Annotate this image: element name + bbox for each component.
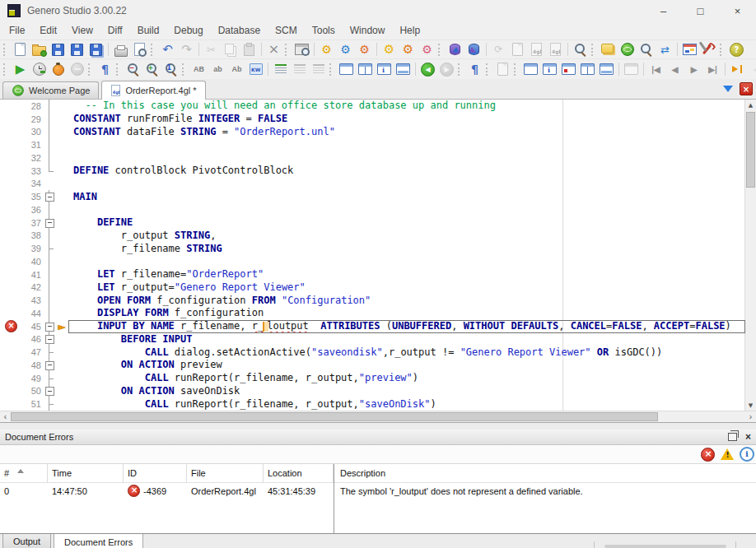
indent-lines-button[interactable] [271, 61, 290, 77]
delete-button[interactable]: × [264, 41, 283, 58]
uppercase-button[interactable]: AB [189, 61, 208, 77]
redo-button[interactable]: ↷ [177, 41, 196, 58]
menu-file[interactable]: File [2, 23, 32, 38]
tab-list-dropdown-icon[interactable] [723, 86, 733, 92]
scroll-right-button[interactable]: › [745, 411, 756, 422]
zoom-in-button[interactable]: + [142, 61, 161, 77]
close-button[interactable]: × [719, 0, 756, 21]
scroll-up-button[interactable]: ▲ [745, 100, 756, 110]
code-text[interactable]: LET r_filename="OrderReport" [68, 268, 745, 281]
marker-margin[interactable] [0, 255, 21, 268]
code-text[interactable]: ON ACTION saveOnDisk [68, 385, 745, 398]
minimize-button[interactable]: – [645, 0, 682, 21]
window-info-button[interactable] [540, 61, 559, 77]
menu-debug[interactable]: Debug [166, 23, 210, 38]
column-header-description[interactable]: Description [334, 464, 756, 482]
next-bookmark-button[interactable] [728, 61, 747, 77]
build-all-button[interactable]: ⚙ [380, 41, 399, 58]
code-text[interactable] [68, 151, 745, 165]
code-text[interactable]: CALL runReport(r_filename, r_output,"sav… [68, 397, 745, 411]
marker-margin[interactable] [0, 151, 21, 165]
navigate-back-button[interactable]: ◀ [418, 61, 437, 77]
bottom-scrollbar[interactable] [604, 545, 726, 548]
window-console-button[interactable] [597, 61, 616, 77]
layout-grid-button[interactable] [394, 61, 413, 77]
marker-margin[interactable] [0, 346, 21, 359]
marker-margin[interactable] [0, 294, 21, 307]
execute-schedule-button[interactable] [30, 61, 49, 77]
stop-button[interactable] [68, 61, 86, 77]
rebuild-button[interactable]: ⚙ [355, 41, 374, 58]
code-text[interactable]: r_filename STRING [68, 242, 745, 255]
menu-scm[interactable]: SCM [268, 23, 305, 38]
screenshot-button[interactable] [292, 41, 311, 58]
first-error-button[interactable]: |◀ [646, 61, 665, 77]
cut-button[interactable]: ✂ [202, 41, 221, 58]
window-plain-button[interactable] [521, 61, 540, 77]
code-text[interactable] [68, 178, 745, 191]
previous-error-button[interactable]: ◀ [665, 61, 684, 77]
menu-view[interactable]: View [64, 23, 100, 38]
window-columns-button[interactable] [578, 61, 597, 77]
code-text[interactable]: CONSTANT runFromFile INTEGER = FALSE [68, 113, 745, 126]
clean-button[interactable]: ⚙ [418, 41, 436, 58]
code-text[interactable]: INPUT BY NAME r_filename, r_loutput ATTR… [68, 320, 745, 333]
code-text[interactable]: CONSTANT dataFile STRING = "OrderReport.… [68, 126, 745, 139]
menu-database[interactable]: Database [211, 23, 268, 38]
menu-help[interactable]: Help [392, 23, 427, 38]
export-button[interactable] [464, 41, 483, 58]
column-header-file[interactable]: File [187, 464, 264, 482]
navigate-forward-button[interactable]: ▶ [437, 61, 456, 77]
info-filter-button[interactable] [740, 447, 754, 462]
save-button[interactable] [49, 41, 68, 58]
marker-margin[interactable] [0, 126, 21, 139]
marker-margin[interactable] [0, 385, 21, 398]
zoom-reset-button[interactable]: 1 [161, 61, 180, 77]
undo-button[interactable]: ↶ [158, 41, 177, 58]
zoom-out-button[interactable]: − [124, 61, 142, 77]
vertical-scroll-thumb[interactable] [746, 112, 755, 188]
column-header-location[interactable]: Location [264, 464, 334, 482]
preferences-tools-button[interactable] [699, 41, 718, 58]
code-text[interactable]: r_output STRING, [68, 230, 745, 243]
run-button[interactable]: ▶ [11, 61, 30, 77]
import-button[interactable] [446, 41, 464, 58]
find-in-files-button[interactable] [571, 41, 590, 58]
reformat-lines-button[interactable] [309, 61, 328, 77]
marker-margin[interactable] [0, 216, 21, 230]
menu-diff[interactable]: Diff [100, 23, 130, 38]
menu-build[interactable]: Build [130, 23, 167, 38]
format-marks-button[interactable]: ¶ [465, 61, 484, 77]
code-text[interactable]: DEFINE [68, 216, 745, 230]
code-text[interactable]: BEFORE INPUT [68, 333, 745, 346]
scroll-down-button[interactable]: ▼ [745, 400, 756, 411]
bottom-tab-document-errors[interactable]: Document Errors [54, 534, 143, 548]
new-file-button[interactable] [11, 41, 30, 58]
marker-margin[interactable] [0, 165, 21, 178]
fold-toggle[interactable] [44, 216, 55, 230]
unindent-lines-button[interactable] [290, 61, 309, 77]
xml-view-button[interactable] [493, 61, 512, 77]
last-error-button[interactable]: ▶| [703, 61, 722, 77]
close-panel-button[interactable]: × [745, 432, 751, 442]
layout-single-button[interactable] [337, 61, 356, 77]
editor-vertical-scrollbar[interactable]: ▲ ▼ [744, 100, 756, 411]
float-panel-icon[interactable] [728, 433, 737, 441]
save-all-button[interactable] [86, 41, 105, 58]
build-run-button[interactable]: ⚙ [336, 41, 355, 58]
menu-tools[interactable]: Tools [305, 23, 343, 38]
fold-toggle[interactable] [44, 320, 55, 333]
keyword-case-button[interactable] [246, 61, 265, 77]
marker-margin[interactable] [0, 138, 21, 151]
code-text[interactable]: CALL runReport(r_filename, r_output,"pre… [68, 372, 745, 385]
window-record-button[interactable] [559, 61, 578, 77]
marker-margin[interactable] [0, 281, 21, 295]
code-text[interactable] [68, 138, 745, 151]
welcome-page-button[interactable] [618, 41, 637, 58]
layout-split-button[interactable] [356, 61, 375, 77]
tab-orderreport-4gl[interactable]: OrderReport.4gl * [101, 81, 205, 100]
generate-button[interactable] [508, 41, 527, 58]
marker-margin[interactable] [0, 372, 21, 385]
previous-bookmark-button[interactable]: ◀ [747, 61, 756, 77]
fold-toggle[interactable] [44, 385, 55, 398]
